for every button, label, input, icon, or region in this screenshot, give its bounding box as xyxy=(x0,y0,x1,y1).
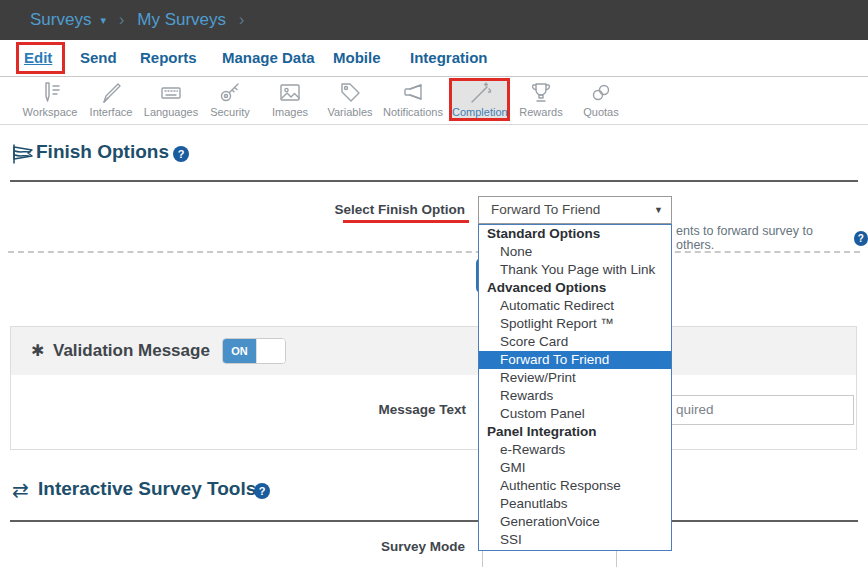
dropdown-option-gmi[interactable]: GMI xyxy=(479,459,671,477)
help-icon[interactable]: ? xyxy=(854,231,868,246)
dropdown-option-review-print[interactable]: Review/Print xyxy=(479,369,671,387)
validation-toggle[interactable]: ON xyxy=(222,338,286,364)
dropdown-option-forward-to-friend[interactable]: Forward To Friend xyxy=(479,351,671,369)
picture-icon xyxy=(259,81,321,105)
main-menu-bar: Edit Send Reports Manage Data Mobile Int… xyxy=(0,40,868,77)
toolbar-label: Interface xyxy=(80,106,142,118)
toolbar-label: Images xyxy=(259,106,321,118)
dropdown-option-automatic-redirect[interactable]: Automatic Redirect xyxy=(479,297,671,315)
validation-message-title: Validation Message xyxy=(53,327,210,375)
validation-message-panel: ✱ Validation Message ON Message Text qui… xyxy=(10,326,857,450)
finish-options-title: Finish Options xyxy=(36,141,169,163)
dropdown-option-score-card[interactable]: Score Card xyxy=(479,333,671,351)
toolbar-item-languages[interactable]: Languages xyxy=(140,79,202,123)
asterisk-icon: ✱ xyxy=(31,327,44,375)
top-navbar: Surveys ▾ › My Surveys › xyxy=(0,0,868,40)
toolbar-item-rewards[interactable]: Rewards xyxy=(510,79,572,123)
dropdown-option-peanutlabs[interactable]: Peanutlabs xyxy=(479,495,671,513)
toolbar-item-security[interactable]: Security xyxy=(199,79,261,123)
dropdown-option-rewards[interactable]: Rewards xyxy=(479,387,671,405)
chevron-right-icon: › xyxy=(239,11,244,29)
toolbar-item-interface[interactable]: Interface xyxy=(80,79,142,123)
toolbar-item-quotas[interactable]: Quotas xyxy=(570,79,632,123)
toolbar-label: Quotas xyxy=(570,106,632,118)
toolbar-item-variables[interactable]: Variables xyxy=(319,79,381,123)
magic-wand-icon xyxy=(452,81,507,105)
surveys-menu[interactable]: Surveys xyxy=(30,10,91,30)
keyboard-icon xyxy=(140,81,202,105)
toolbar-label: Security xyxy=(199,106,261,118)
dropdown-option-generationvoice[interactable]: GenerationVoice xyxy=(479,513,671,531)
panel-header: ✱ Validation Message ON xyxy=(11,327,856,375)
completion-settings-page: Surveys ▾ › My Surveys › Edit Send Repor… xyxy=(0,0,868,567)
message-text-label: Message Text xyxy=(281,397,466,423)
toolbar-label: Rewards xyxy=(510,106,572,118)
dropdown-option-e-rewards[interactable]: e-Rewards xyxy=(479,441,671,459)
dropdown-group-standard-options: Standard Options xyxy=(479,225,671,243)
caret-down-icon[interactable]: ▾ xyxy=(100,14,106,27)
toolbar-item-notifications[interactable]: Notifications xyxy=(380,79,446,123)
toolbar-label: Workspace xyxy=(19,106,81,118)
message-text-value-fragment: quired xyxy=(676,396,714,424)
interactive-survey-tools-title: Interactive Survey Tools xyxy=(38,478,256,500)
toggle-knob xyxy=(256,339,285,363)
dropdown-group-panel-integration: Panel Integration xyxy=(479,423,671,441)
toolbar-item-completion[interactable]: Completion xyxy=(449,78,510,121)
forward-description-fragment: ents to forward survey to others. ? xyxy=(676,224,868,252)
dropdown-option-authentic-response[interactable]: Authentic Response xyxy=(479,477,671,495)
chevron-right-icon: › xyxy=(119,11,124,29)
dropdown-option-none[interactable]: None xyxy=(479,243,671,261)
tab-integration[interactable]: Integration xyxy=(410,40,488,76)
section-divider xyxy=(10,180,858,182)
dropdown-group-advanced-options: Advanced Options xyxy=(479,279,671,297)
dropdown-option-spotlight-report[interactable]: Spotlight Report ™ xyxy=(479,315,671,333)
tab-manage-data[interactable]: Manage Data xyxy=(222,40,315,76)
chain-links-icon xyxy=(570,81,632,105)
dropdown-option-custom-panel[interactable]: Custom Panel xyxy=(479,405,671,423)
select-caret-icon: ▼ xyxy=(654,197,663,223)
section-divider xyxy=(10,520,858,522)
survey-mode-select[interactable] xyxy=(482,549,617,567)
tab-send[interactable]: Send xyxy=(80,40,117,76)
pencil-lines-icon xyxy=(19,81,81,105)
finish-option-select[interactable]: Forward To Friend ▼ xyxy=(478,196,672,224)
toolbar-label: Notifications xyxy=(380,106,446,118)
toolbar-item-workspace[interactable]: Workspace xyxy=(19,79,81,123)
toggle-on-label: ON xyxy=(223,339,256,363)
toolbar-label: Languages xyxy=(140,106,202,118)
tab-edit[interactable]: Edit xyxy=(24,40,52,76)
megaphone-icon xyxy=(380,81,446,105)
toolbar-label: Variables xyxy=(319,106,381,118)
label-annotation-underline xyxy=(343,220,469,223)
tag-icon xyxy=(319,81,381,105)
dropdown-option-ssi[interactable]: SSI xyxy=(479,531,671,549)
dropdown-option-thank-you-page[interactable]: Thank You Page with Link xyxy=(479,261,671,279)
swap-arrows-icon: ⇄ xyxy=(12,478,29,502)
finish-option-dropdown-list: Standard Options None Thank You Page wit… xyxy=(478,224,672,551)
tab-mobile[interactable]: Mobile xyxy=(333,40,381,76)
breadcrumb-my-surveys[interactable]: My Surveys xyxy=(137,10,226,30)
help-icon[interactable]: ? xyxy=(254,483,270,499)
selected-option-value: Forward To Friend xyxy=(491,197,600,223)
pennant-flag-icon xyxy=(12,144,34,168)
paintbrush-icon xyxy=(80,81,142,105)
trophy-icon xyxy=(510,81,572,105)
edit-toolbar: Workspace Interface Languages Security I… xyxy=(0,77,868,125)
key-icon xyxy=(199,81,261,105)
help-icon[interactable]: ? xyxy=(173,146,189,162)
tab-reports[interactable]: Reports xyxy=(140,40,197,76)
toolbar-label: Completion xyxy=(452,106,507,118)
description-text: ents to forward survey to others. xyxy=(676,224,849,252)
toolbar-item-images[interactable]: Images xyxy=(259,79,321,123)
survey-mode-label: Survey Mode xyxy=(280,534,465,560)
dashed-divider xyxy=(8,251,860,253)
